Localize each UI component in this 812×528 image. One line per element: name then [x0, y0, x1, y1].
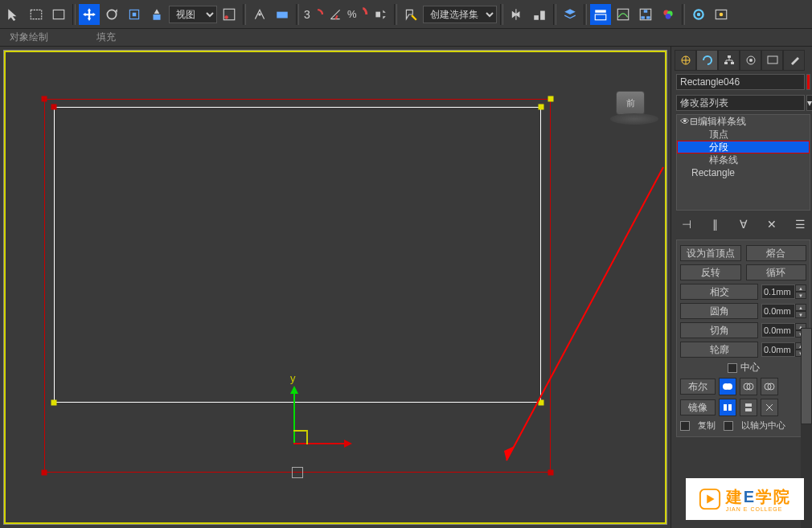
copy-checkbox[interactable]: [680, 421, 690, 431]
rotate-icon[interactable]: [101, 4, 122, 25]
center-checkbox[interactable]: [728, 363, 737, 373]
scrollbar-thumb[interactable]: [801, 328, 812, 424]
svg-point-26: [720, 12, 724, 16]
svg-rect-32: [731, 62, 734, 64]
svg-rect-12: [540, 10, 545, 19]
viewcube-face[interactable]: 前: [616, 91, 645, 115]
svg-point-7: [224, 15, 228, 19]
mirror-h-icon[interactable]: [719, 399, 736, 416]
reference-coord-select[interactable]: 视图: [169, 6, 217, 23]
curve-editor-icon[interactable]: [613, 4, 634, 25]
make-first-button[interactable]: 设为首顶点: [680, 245, 741, 261]
dropdown-arrow-icon[interactable]: ▾: [806, 95, 812, 111]
outline-button[interactable]: 轮廓: [680, 342, 758, 358]
remove-mod-icon[interactable]: ✕: [765, 217, 779, 231]
chamfer-button[interactable]: 切角: [680, 322, 758, 338]
object-paint-label[interactable]: 对象绘制: [10, 31, 48, 44]
reverse-button[interactable]: 反转: [680, 264, 741, 280]
svg-point-22: [666, 13, 671, 18]
fuse-button[interactable]: 熔合: [746, 245, 807, 261]
stack-toolbar: ⊣ ∥ ∀ ✕ ☰: [676, 215, 810, 233]
display-tab-icon[interactable]: [761, 50, 783, 71]
mirror-both-icon[interactable]: [761, 399, 778, 416]
cycle-button[interactable]: 循环: [746, 264, 807, 280]
select-arrow-icon[interactable]: [3, 4, 24, 25]
hierarchy-tab-icon[interactable]: [718, 50, 740, 71]
mirror-v-icon[interactable]: [740, 399, 757, 416]
scale-icon[interactable]: [124, 4, 145, 25]
select-lasso-icon[interactable]: [48, 4, 69, 25]
render-setup-icon[interactable]: [688, 4, 709, 25]
pivot-checkbox[interactable]: [724, 421, 733, 431]
schematic-icon[interactable]: [635, 4, 656, 25]
center-label: 中心: [740, 361, 760, 375]
named-selection-select[interactable]: 创建选择集: [423, 6, 497, 23]
svg-point-8: [258, 13, 260, 15]
spinner-up-icon[interactable]: ▲: [795, 284, 806, 292]
percent-snap-icon[interactable]: %: [347, 4, 368, 25]
placement-icon[interactable]: [146, 4, 167, 25]
viewport[interactable]: 前 y: [3, 50, 667, 525]
stack-item-base[interactable]: Rectangle: [677, 166, 810, 179]
svg-rect-17: [644, 10, 648, 12]
stack-item-spline[interactable]: 样条线: [677, 153, 810, 166]
object-color-swatch[interactable]: [806, 74, 810, 90]
viewcube[interactable]: 前: [610, 91, 650, 131]
mirror-spline-button[interactable]: 镜像: [680, 399, 716, 415]
layers-icon[interactable]: [560, 4, 580, 25]
configure-icon[interactable]: ☰: [793, 217, 807, 231]
svg-rect-44: [745, 403, 752, 407]
keyboard-icon[interactable]: [272, 4, 293, 25]
fillet-button[interactable]: 圆角: [680, 303, 758, 319]
stack-item-segment[interactable]: 分段: [677, 141, 810, 153]
bool-intersect-icon[interactable]: [761, 378, 778, 395]
cross-value-input[interactable]: [761, 284, 795, 299]
show-end-icon[interactable]: ∥: [707, 217, 722, 231]
fill-label[interactable]: 填充: [96, 31, 116, 44]
spline-object[interactable]: [44, 99, 551, 473]
align-tool-icon[interactable]: [529, 4, 550, 25]
pin-stack-icon[interactable]: ⊣: [679, 217, 694, 231]
spinner-down-icon[interactable]: ▼: [795, 292, 806, 299]
svg-rect-15: [617, 9, 629, 20]
material-editor-icon[interactable]: [658, 4, 679, 25]
select-rect-icon[interactable]: [26, 4, 47, 25]
make-unique-icon[interactable]: ∀: [736, 217, 751, 231]
stack-item-edit-spline[interactable]: 👁⊟ 编辑样条线: [677, 115, 810, 128]
outline-value-input[interactable]: [761, 342, 795, 357]
svg-rect-14: [595, 14, 606, 20]
svg-rect-35: [768, 56, 777, 63]
spinner-snap-icon[interactable]: [370, 4, 391, 25]
named-sel-edit-icon[interactable]: [400, 4, 421, 25]
stack-item-vertex[interactable]: 顶点: [677, 128, 810, 141]
cross-insert-button[interactable]: 相交: [680, 284, 758, 300]
utilities-tab-icon[interactable]: [783, 50, 805, 71]
svg-rect-4: [133, 12, 137, 16]
create-tab-icon[interactable]: [675, 50, 696, 71]
pivot-icon[interactable]: [219, 4, 240, 25]
svg-point-24: [697, 12, 701, 16]
svg-rect-5: [154, 14, 161, 20]
manipulate-icon[interactable]: [249, 4, 270, 25]
modifier-stack[interactable]: 👁⊟ 编辑样条线 顶点 分段 样条线 Rectangle: [676, 114, 810, 211]
mirror-tool-icon[interactable]: [506, 4, 527, 25]
move-icon[interactable]: [79, 4, 100, 25]
motion-tab-icon[interactable]: [740, 50, 761, 71]
render-frame-icon[interactable]: [711, 4, 732, 25]
fillet-value-input[interactable]: [761, 304, 795, 318]
svg-point-34: [749, 59, 753, 62]
snap-toggle-icon[interactable]: 3: [302, 4, 323, 25]
modifier-list-dropdown[interactable]: [676, 95, 805, 111]
svg-point-37: [726, 383, 732, 390]
watermark-logo: 建E学院 JIAN E COLLEGE: [686, 478, 804, 520]
angle-snap-icon[interactable]: [325, 4, 346, 25]
object-name-input[interactable]: [676, 74, 805, 90]
chamfer-value-input[interactable]: [761, 323, 795, 338]
boolean-button[interactable]: 布尔: [680, 379, 716, 395]
modify-tab-icon[interactable]: [696, 50, 718, 71]
svg-rect-9: [277, 11, 288, 18]
svg-rect-43: [728, 404, 732, 411]
ribbon-toggle-icon[interactable]: [590, 4, 611, 25]
bool-subtract-icon[interactable]: [740, 378, 757, 395]
bool-union-icon[interactable]: [719, 378, 736, 395]
